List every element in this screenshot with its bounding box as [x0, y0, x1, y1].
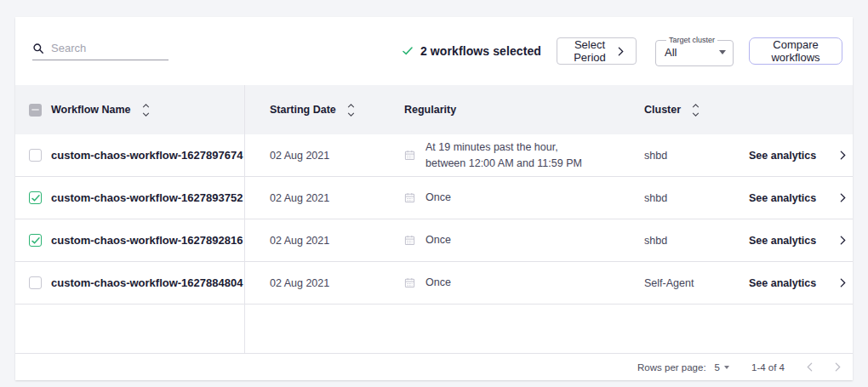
starting-date: 02 Aug 2021	[244, 277, 387, 289]
target-cluster-select[interactable]: Target cluster All	[655, 36, 734, 66]
see-analytics-link[interactable]: See analytics	[749, 235, 846, 247]
column-header-cluster: Cluster	[644, 104, 681, 116]
row-checkbox[interactable]	[29, 234, 42, 247]
row-checkbox[interactable]	[29, 191, 42, 204]
see-analytics-label: See analytics	[749, 277, 816, 289]
cluster-name: Self-Agent	[627, 277, 734, 289]
sort-asc-icon	[692, 104, 700, 108]
workflow-name: custom-chaos-workflow-1627892816	[51, 234, 244, 247]
see-analytics-link[interactable]: See analytics	[749, 192, 846, 204]
select-period-label: Select Period	[569, 38, 610, 64]
table-row: custom-chaos-workflow-1627892816 02 Aug …	[15, 219, 853, 262]
chevron-right-icon	[840, 236, 846, 245]
regularity-text: Once	[425, 190, 451, 205]
compare-workflows-button[interactable]: Compare workflows	[749, 37, 842, 65]
selection-status-text: 2 workflows selected	[420, 44, 541, 58]
sort-desc-icon	[347, 112, 355, 117]
previous-page-button[interactable]	[807, 362, 813, 372]
chevron-right-icon	[618, 47, 624, 56]
cluster-name: shbd	[627, 235, 734, 247]
select-period-button[interactable]: Select Period	[557, 37, 637, 65]
compare-workflows-label: Compare workflows	[762, 38, 830, 64]
calendar-icon	[404, 235, 415, 246]
chevron-right-icon	[840, 193, 846, 202]
rows-per-page-value: 5	[715, 362, 720, 373]
starting-date: 02 Aug 2021	[244, 192, 387, 204]
table-empty-area	[15, 304, 853, 353]
column-divider	[244, 85, 245, 353]
see-analytics-label: See analytics	[749, 192, 816, 204]
starting-date: 02 Aug 2021	[244, 150, 387, 162]
sort-cluster[interactable]	[692, 104, 700, 117]
table-row: custom-chaos-workflow-1627893752 02 Aug …	[15, 177, 853, 219]
rows-per-page-label: Rows per page:	[637, 362, 706, 373]
toolbar: 2 workflows selected Select Period Targe…	[15, 17, 853, 85]
calendar-icon	[404, 150, 415, 161]
sort-asc-icon	[347, 104, 355, 108]
table-row: custom-chaos-workflow-1627897674 02 Aug …	[15, 134, 853, 177]
table-header: Workflow Name Starting Date Regularity C	[15, 85, 853, 134]
pagination-range: 1-4 of 4	[751, 362, 785, 373]
pagination-footer: Rows per page: 5 1-4 of 4	[15, 353, 853, 380]
see-analytics-link[interactable]: See analytics	[749, 277, 846, 289]
sort-workflow-name[interactable]	[142, 104, 150, 117]
workflow-name: custom-chaos-workflow-1627893752	[51, 191, 244, 204]
chevron-right-icon	[840, 278, 846, 287]
check-icon	[403, 47, 413, 55]
next-page-button[interactable]	[835, 362, 841, 372]
search-input[interactable]	[51, 42, 168, 54]
chevron-right-icon	[840, 151, 846, 160]
select-all-checkbox[interactable]	[29, 104, 42, 117]
row-checkbox[interactable]	[29, 149, 42, 162]
see-analytics-label: See analytics	[749, 235, 816, 247]
cluster-name: shbd	[627, 192, 734, 204]
search-icon	[32, 43, 44, 54]
workflow-name: custom-chaos-workflow-1627897674	[51, 149, 244, 162]
sort-asc-icon	[142, 104, 150, 108]
see-analytics-link[interactable]: See analytics	[749, 150, 846, 162]
sort-desc-icon	[142, 112, 150, 117]
workflow-name: custom-chaos-workflow-1627884804	[51, 276, 244, 289]
regularity-text: Once	[425, 232, 451, 248]
regularity-text: At 19 minutes past the hour, between 12:…	[425, 139, 582, 170]
column-header-regularity: Regularity	[404, 104, 456, 116]
workflow-table-body: custom-chaos-workflow-1627897674 02 Aug …	[15, 134, 853, 304]
search-field[interactable]	[32, 42, 168, 60]
table-row: custom-chaos-workflow-1627884804 02 Aug …	[15, 262, 853, 304]
column-header-starting-date: Starting Date	[270, 104, 336, 116]
sort-starting-date[interactable]	[347, 104, 355, 117]
sort-desc-icon	[692, 112, 700, 117]
starting-date: 02 Aug 2021	[244, 235, 387, 247]
target-cluster-label: Target cluster	[666, 36, 717, 44]
calendar-icon	[404, 277, 415, 288]
target-cluster-value: All	[665, 46, 677, 59]
chevron-left-icon	[807, 362, 813, 372]
cluster-name: shbd	[627, 150, 734, 162]
column-header-workflow-name: Workflow Name	[51, 104, 131, 116]
rows-per-page-select[interactable]: 5	[715, 362, 729, 373]
workflow-comparison-card: 2 workflows selected Select Period Targe…	[15, 17, 853, 380]
chevron-right-icon	[835, 362, 841, 372]
selection-status: 2 workflows selected	[403, 44, 541, 58]
chevron-down-icon	[719, 50, 726, 54]
chevron-down-icon	[724, 366, 729, 369]
see-analytics-label: See analytics	[749, 150, 816, 162]
regularity-text: Once	[425, 275, 451, 290]
row-checkbox[interactable]	[29, 276, 42, 289]
calendar-icon	[404, 192, 415, 203]
